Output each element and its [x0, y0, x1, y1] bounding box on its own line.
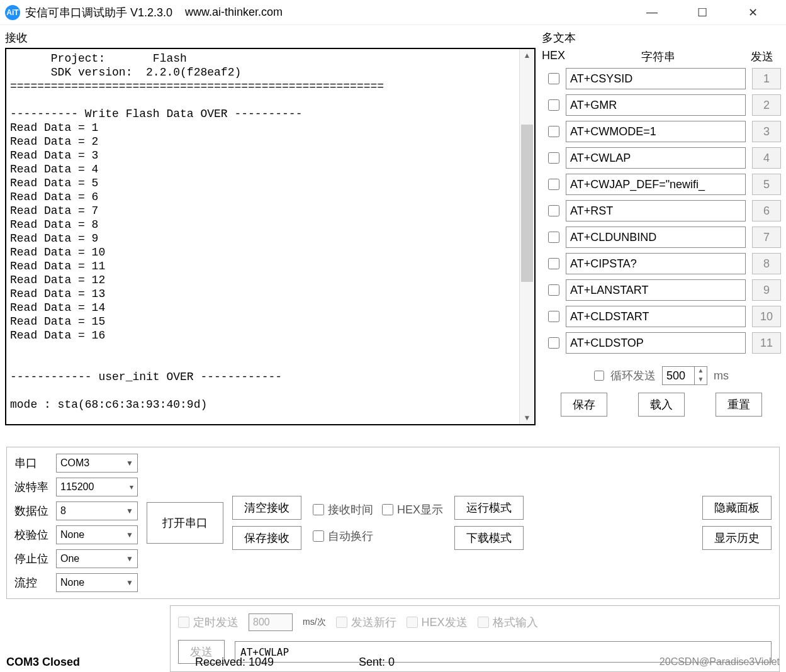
port-select[interactable]: COM3▼: [56, 454, 138, 473]
maximize-button[interactable]: ☐: [693, 3, 712, 22]
parity-select[interactable]: None▼: [56, 525, 138, 544]
cmd-hex-checkbox[interactable]: [548, 73, 559, 84]
recv-time-checkbox[interactable]: [313, 504, 324, 515]
cmd-send-button[interactable]: 1: [752, 68, 781, 89]
hex-send-label: HEX发送: [422, 615, 468, 630]
status-sent: Sent: 0: [359, 656, 485, 669]
save-cmds-button[interactable]: 保存: [561, 393, 607, 417]
hex-display-checkbox[interactable]: [382, 504, 393, 515]
baud-select[interactable]: 115200▾: [56, 478, 138, 496]
chevron-down-icon: ▼: [126, 554, 133, 563]
cmd-row: 9: [542, 279, 781, 301]
window-title: 安信可串口调试助手 V1.2.3.0: [25, 5, 172, 20]
databits-select[interactable]: 8▼: [56, 501, 138, 520]
multitext-label: 多文本: [542, 28, 781, 48]
save-receive-button[interactable]: 保存接收: [232, 526, 301, 550]
cmd-send-button[interactable]: 5: [752, 174, 781, 195]
cmd-hex-checkbox[interactable]: [548, 311, 559, 322]
loop-send-checkbox[interactable]: [594, 371, 604, 381]
app-icon: AiT: [5, 5, 20, 20]
status-port: COM3 Closed: [6, 656, 195, 669]
cmd-hex-checkbox[interactable]: [548, 152, 559, 164]
format-input-checkbox: [478, 617, 489, 628]
show-history-button[interactable]: 显示历史: [702, 526, 772, 550]
receive-text[interactable]: Project: Flash SDK version: 2.2.0(f28eaf…: [6, 49, 519, 424]
cmd-text-input[interactable]: [566, 147, 746, 169]
cmd-hex-checkbox[interactable]: [548, 337, 559, 349]
chevron-down-icon: ▼: [126, 578, 133, 587]
cmd-send-button[interactable]: 7: [752, 227, 781, 248]
cmd-text-input[interactable]: [566, 200, 746, 221]
control-panel: 串口 COM3▼ 波特率 115200▾ 数据位 8▼ 校验位 None▼ 停止…: [6, 447, 780, 599]
scrollbar[interactable]: ▲ ▼: [519, 49, 534, 424]
cmd-hex-checkbox[interactable]: [548, 205, 559, 216]
cmd-text-input[interactable]: [566, 227, 746, 248]
send-newline-label: 发送新行: [351, 615, 396, 630]
scroll-thumb[interactable]: [521, 125, 533, 282]
cmd-hex-checkbox[interactable]: [548, 284, 559, 296]
chevron-down-icon: ▼: [126, 530, 133, 539]
close-button[interactable]: ✕: [743, 3, 762, 22]
loop-interval-input[interactable]: [663, 368, 694, 384]
chevron-down-icon: ▼: [126, 507, 133, 515]
scroll-down-icon[interactable]: ▼: [520, 412, 534, 424]
cmd-row: 8: [542, 253, 781, 274]
cmd-text-input[interactable]: [566, 279, 746, 301]
hide-panel-button[interactable]: 隐藏面板: [702, 496, 772, 520]
parity-label: 校验位: [14, 527, 52, 542]
databits-label: 数据位: [14, 503, 52, 518]
interval-unit: ms/次: [303, 617, 326, 628]
minimize-button[interactable]: —: [643, 3, 661, 22]
cmd-send-button[interactable]: 4: [752, 147, 781, 169]
header-string: 字符串: [573, 49, 743, 64]
cmd-row: 4: [542, 147, 781, 169]
clear-receive-button[interactable]: 清空接收: [232, 496, 301, 520]
cmd-row: 1: [542, 68, 781, 89]
cmd-hex-checkbox[interactable]: [548, 126, 559, 137]
cmd-row: 6: [542, 200, 781, 221]
cmd-hex-checkbox[interactable]: [548, 99, 559, 111]
cmd-row: 2: [542, 94, 781, 116]
cmd-hex-checkbox[interactable]: [548, 258, 559, 269]
cmd-text-input[interactable]: [566, 306, 746, 327]
status-bar: COM3 Closed Received: 1049 Sent: 0 20CSD…: [0, 652, 786, 672]
cmd-text-input[interactable]: [566, 121, 746, 142]
cmd-text-input[interactable]: [566, 94, 746, 116]
reset-cmds-button[interactable]: 重置: [716, 393, 762, 417]
auto-wrap-checkbox[interactable]: [313, 530, 324, 542]
run-mode-button[interactable]: 运行模式: [454, 496, 524, 520]
hex-display-label: HEX显示: [397, 502, 443, 517]
timed-send-checkbox: [178, 617, 189, 628]
open-port-button[interactable]: 打开串口: [147, 502, 223, 544]
spin-up-icon[interactable]: ▲: [695, 367, 707, 376]
cmd-send-button[interactable]: 6: [752, 200, 781, 221]
header-hex: HEX: [542, 49, 573, 64]
receive-label: 接收: [5, 28, 536, 48]
cmd-send-button[interactable]: 10: [752, 306, 781, 327]
cmd-send-button[interactable]: 9: [752, 279, 781, 301]
cmd-send-button[interactable]: 8: [752, 253, 781, 274]
scroll-up-icon[interactable]: ▲: [520, 49, 534, 62]
hex-send-checkbox: [407, 617, 418, 628]
cmd-hex-checkbox[interactable]: [548, 179, 559, 190]
cmd-text-input[interactable]: [566, 68, 746, 89]
spin-down-icon[interactable]: ▼: [695, 376, 707, 384]
cmd-row: 11: [542, 332, 781, 354]
title-url: www.ai-thinker.com: [185, 6, 283, 19]
load-cmds-button[interactable]: 载入: [638, 393, 685, 417]
download-mode-button[interactable]: 下载模式: [454, 526, 524, 550]
cmd-send-button[interactable]: 11: [752, 332, 781, 354]
receive-box: Project: Flash SDK version: 2.2.0(f28eaf…: [5, 48, 536, 425]
cmd-send-button[interactable]: 3: [752, 121, 781, 142]
cmd-text-input[interactable]: [566, 253, 746, 274]
cmd-text-input[interactable]: [566, 332, 746, 354]
baud-label: 波特率: [14, 479, 52, 495]
flow-select[interactable]: None▼: [56, 573, 138, 592]
cmd-hex-checkbox[interactable]: [548, 232, 559, 243]
stopbits-select[interactable]: One▼: [56, 549, 138, 568]
timed-interval-input: [249, 613, 293, 631]
cmd-row: 3: [542, 121, 781, 142]
title-bar: AiT 安信可串口调试助手 V1.2.3.0 www.ai-thinker.co…: [0, 0, 786, 25]
cmd-send-button[interactable]: 2: [752, 94, 781, 116]
cmd-text-input[interactable]: [566, 174, 746, 195]
